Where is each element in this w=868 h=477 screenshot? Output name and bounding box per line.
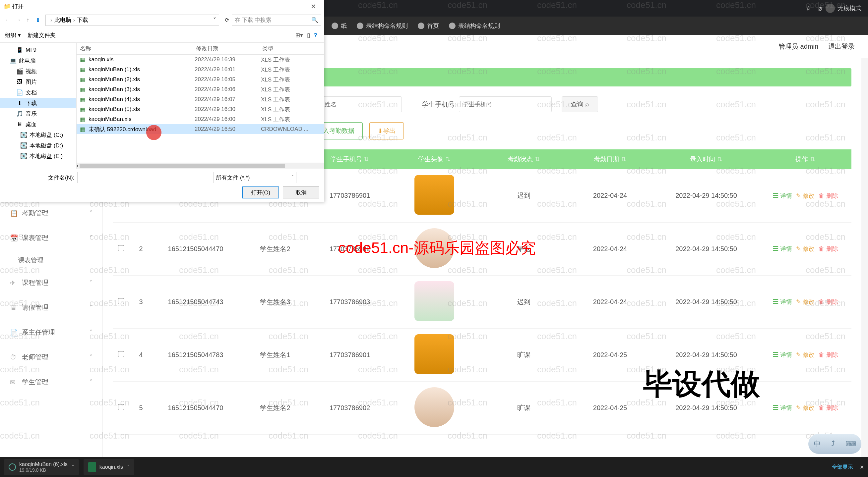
nav-leave[interactable]: 🖥请假管理˅ — [0, 295, 102, 320]
delete-link[interactable]: 🗑 删除 — [818, 404, 838, 412]
dialog-title: 打开 — [12, 3, 24, 10]
edit-link[interactable]: ✎ 修改 — [796, 245, 815, 253]
help-button[interactable]: ? — [314, 32, 317, 39]
admin-label[interactable]: 管理员 admin — [778, 42, 818, 51]
detail-link[interactable]: ☰ 详情 — [773, 298, 792, 306]
tree-item[interactable]: 💽本地磁盘 (D:) — [0, 140, 76, 151]
down-arrow-icon[interactable]: ⬇ — [33, 16, 43, 24]
nav-attendance[interactable]: 📋考勤管理˅ — [0, 201, 102, 226]
file-row[interactable]: ▦kaoqinMuBan (3).xls2022/4/29 16:06XLS 工… — [76, 84, 324, 94]
file-row[interactable]: ▦kaoqinMuBan (1).xls2022/4/29 16:01XLS 工… — [76, 65, 324, 74]
row-checkbox[interactable] — [118, 298, 124, 304]
chevron-up-icon[interactable]: ˄ — [72, 464, 74, 470]
detail-link[interactable]: ☰ 详情 — [773, 192, 792, 200]
preview-pane-button[interactable]: ▯ — [307, 32, 310, 39]
edit-link[interactable]: ✎ 修改 — [796, 351, 815, 359]
file-row[interactable]: ▦kaoqinMuBan (4).xls2022/4/29 16:07XLS 工… — [76, 94, 324, 104]
nav-student[interactable]: ✉学生管理˅ — [0, 370, 102, 395]
chevron-down-icon[interactable]: ˅ — [213, 16, 216, 24]
filetype-select[interactable]: 所有文件 (*.*)˅ — [214, 172, 297, 183]
key-icon[interactable]: ⌀ — [818, 4, 822, 12]
tree-item[interactable]: 🎬视频 — [0, 66, 76, 76]
table-header[interactable]: 录入时间 ⇅ — [653, 149, 759, 169]
tree-item[interactable]: 🎵音乐 — [0, 108, 76, 119]
delete-link[interactable]: 🗑 删除 — [818, 245, 838, 253]
col-date[interactable]: 修改日期 — [193, 45, 259, 52]
cancel-button[interactable]: 取消 — [283, 186, 319, 198]
star-icon[interactable]: ☆ — [806, 4, 812, 12]
tree-item[interactable]: 🖼图片 — [0, 76, 76, 87]
horizontal-scrollbar[interactable]: ‹ — [76, 163, 324, 169]
logout-link[interactable]: 退出登录 — [828, 42, 855, 51]
open-button[interactable]: 打开(O) — [242, 186, 279, 198]
file-row[interactable]: ▦kaoqinMuBan.xls2022/4/29 16:00XLS 工作表 — [76, 114, 324, 124]
up-button[interactable]: ↑ — [23, 16, 33, 24]
path-box[interactable]: › 此电脑 › 下载 ˅ — [45, 14, 219, 26]
chevron-up-icon[interactable]: ˄ — [127, 464, 130, 470]
row-checkbox[interactable] — [118, 351, 124, 357]
close-icon[interactable]: ✕ — [306, 2, 320, 10]
file-row[interactable]: ▦kaoqinMuBan (2).xls2022/4/29 16:05XLS 工… — [76, 74, 324, 84]
address-bar: ← → ↑ ⬇ › 此电脑 › 下载 ˅ ⟳ 在 下载 中搜索 🔍 — [0, 12, 324, 28]
bookmark-naming2[interactable]: 表结构命名规则 — [449, 22, 500, 30]
tree-item[interactable]: 💻此电脑 — [0, 55, 76, 66]
view-options-button[interactable]: ⊞▾ — [296, 32, 303, 39]
tree-item[interactable]: 💽本地磁盘 (E:) — [0, 151, 76, 161]
query-button[interactable]: 查询 ⌕ — [562, 96, 598, 112]
table-header[interactable]: 考勤日期 ⇅ — [567, 149, 653, 169]
nav-teacher[interactable]: ⏱老师管理˅ — [0, 345, 102, 370]
row-checkbox[interactable] — [118, 404, 124, 410]
export-button[interactable]: ⬇ 导出 — [369, 122, 404, 139]
table-header[interactable]: 学生头像 ⇅ — [388, 149, 481, 169]
table-header[interactable]: 操作 ⇅ — [759, 149, 851, 169]
favicon-icon — [332, 23, 338, 29]
tree-item[interactable]: 📱MI 9 — [0, 45, 76, 55]
nav-dean[interactable]: 📄系主任管理˅ — [0, 320, 102, 345]
nav-course[interactable]: ✈课程管理˅ — [0, 270, 102, 295]
edit-link[interactable]: ✎ 修改 — [796, 298, 815, 306]
detail-link[interactable]: ☰ 详情 — [773, 351, 792, 359]
favicon-icon — [449, 23, 456, 29]
file-row[interactable]: ▦kaoqinMuBan (5).xls2022/4/29 16:30XLS 工… — [76, 104, 324, 114]
table-row: 5165121505044470学生姓名217703786902旷课2022-0… — [113, 381, 851, 434]
tree-item[interactable]: 💽本地磁盘 (C:) — [0, 130, 76, 140]
new-folder-button[interactable]: 新建文件夹 — [28, 31, 56, 39]
detail-link[interactable]: ☰ 详情 — [773, 245, 792, 253]
menu-icon: ⏱ — [10, 353, 17, 361]
bookmark-naming1[interactable]: 表结构命名规则 — [357, 22, 408, 30]
delete-link[interactable]: 🗑 删除 — [818, 192, 838, 200]
incognito-label: 无痕模式 — [837, 4, 861, 12]
tree-item[interactable]: ⬇下载 — [0, 98, 76, 108]
bookmark-home[interactable]: 首页 — [418, 22, 439, 30]
download-chip-2[interactable]: kaoqin.xls ˄ — [84, 459, 134, 475]
table-row: 2165121505044470学生姓名217703786902早退2022-0… — [113, 222, 851, 275]
dialog-titlebar: 📁 打开 ✕ — [0, 0, 324, 12]
file-row[interactable]: ▦未确认 592220.crdownload2022/4/29 16:50CRD… — [76, 124, 324, 134]
download-chip-1[interactable]: kaoqinMuBan (6).xls 19.0/19.0 KB ˄ — [4, 459, 79, 475]
edit-link[interactable]: ✎ 修改 — [796, 404, 815, 412]
delete-link[interactable]: 🗑 删除 — [818, 298, 838, 306]
organize-button[interactable]: 组织 ▾ — [5, 31, 21, 39]
filename-input[interactable] — [78, 172, 210, 183]
file-row[interactable]: ▦kaoqin.xls2022/4/29 16:39XLS 工作表 — [76, 55, 324, 65]
bookmark-paper[interactable]: 纸 — [332, 22, 347, 30]
detail-link[interactable]: ☰ 详情 — [773, 404, 792, 412]
back-button[interactable]: ← — [3, 16, 13, 24]
table-header[interactable]: 考勤状态 ⇅ — [481, 149, 567, 169]
dialog-search-input[interactable]: 在 下载 中搜索 🔍 — [232, 14, 321, 26]
edit-link[interactable]: ✎ 修改 — [796, 192, 815, 200]
tree-item[interactable]: 🖥桌面 — [0, 119, 76, 130]
ime-indicator[interactable]: 中⤴⌨ — [808, 434, 861, 454]
sub-item[interactable]: 课表管理 — [0, 250, 102, 270]
row-checkbox[interactable] — [118, 245, 124, 251]
forward-button[interactable]: → — [13, 16, 23, 24]
refresh-button[interactable]: ⟳ — [222, 17, 232, 23]
col-name[interactable]: 名称 — [76, 45, 193, 52]
tree-item[interactable]: 📄文档 — [0, 87, 76, 98]
show-all-downloads[interactable]: 全部显示 — [832, 464, 853, 471]
delete-link[interactable]: 🗑 删除 — [818, 351, 838, 359]
col-type[interactable]: 类型 — [259, 45, 305, 52]
nav-timetable[interactable]: 📅课表管理˅ — [0, 226, 102, 250]
student-phone-input[interactable] — [459, 96, 552, 112]
close-download-bar[interactable]: ✕ — [860, 464, 864, 470]
